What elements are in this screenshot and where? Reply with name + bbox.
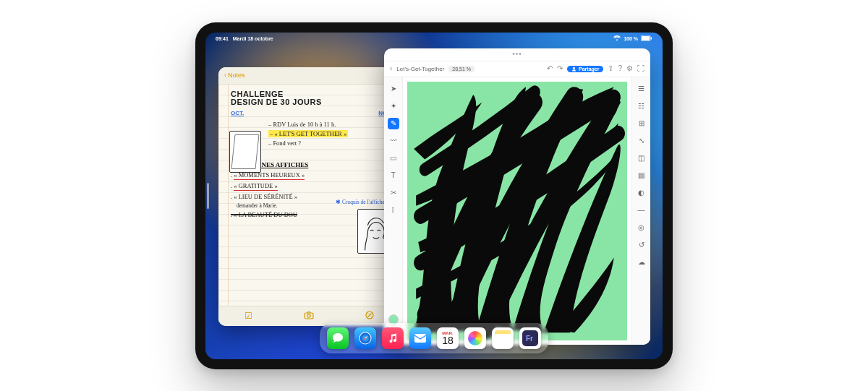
note-item: . « GRATITUDE » — [231, 182, 392, 191]
notes-back-button[interactable]: ‹ Notes — [224, 72, 245, 79]
properties-panel-icon[interactable]: ☷ — [636, 100, 647, 112]
note-months-row: OCT. NOV. — [231, 110, 392, 116]
text-tool-icon[interactable]: T — [388, 170, 399, 181]
ipad-screen: 09:41 Mardi 18 octobre 100 % ‹ Notes — [205, 33, 663, 359]
dock-safari-icon[interactable] — [354, 327, 376, 349]
crop-tool-icon[interactable]: ✂︎ — [388, 187, 399, 199]
transform-panel-icon[interactable]: ⤡ — [636, 135, 647, 147]
notes-titlebar: ‹ Notes ••• — [218, 67, 399, 85]
swatches-panel-icon[interactable]: ▤ — [636, 170, 647, 181]
help-icon[interactable]: ? — [618, 65, 622, 72]
dock-notes-icon[interactable] — [492, 327, 514, 349]
dock-photos-icon[interactable] — [464, 327, 486, 349]
share-button[interactable]: Partager — [567, 66, 603, 72]
share-label: Partager — [579, 66, 599, 72]
move-tool-icon[interactable]: ➤ — [388, 83, 399, 95]
battery-icon — [641, 35, 652, 42]
export-icon[interactable]: ⇪ — [608, 65, 613, 72]
fullscreen-icon[interactable]: ⛶ — [637, 65, 644, 72]
battery-label: 100 % — [624, 36, 638, 41]
month-left: OCT. — [231, 110, 244, 116]
right-toolbar: ☰ ☷ ⊞ ⤡ ◫ ▤ ◐ — ◎ ↺ ☁︎ — [631, 77, 650, 345]
svg-rect-1 — [642, 36, 650, 40]
design-body: ➤ ✦ ✎ 〰 ▭ T ✂︎ 𖤓 — [384, 77, 650, 345]
camera-icon[interactable] — [304, 311, 314, 322]
notes-app-window[interactable]: ‹ Notes ••• CHALLENGE DESIGN DE 30 JOURS… — [218, 67, 399, 326]
history-panel-icon[interactable]: ↺ — [636, 239, 647, 251]
alignment-panel-icon[interactable]: ⊞ — [636, 118, 647, 129]
chevron-left-icon: ‹ — [224, 72, 226, 79]
undo-icon[interactable]: ↶ — [547, 65, 553, 72]
node-tool-icon[interactable]: ✦ — [388, 100, 399, 112]
settings-icon[interactable]: ⚙︎ — [626, 65, 633, 72]
artboard[interactable] — [407, 82, 627, 340]
status-date: Mardi 18 octobre — [233, 36, 273, 41]
svg-rect-2 — [651, 37, 652, 39]
zoom-level[interactable]: 28,51 % — [448, 66, 475, 72]
design-app-window[interactable]: ••• ‹ Let's-Get-Together 28,51 % ↶ ↷ Par… — [384, 48, 650, 345]
design-toolbar: ‹ Let's-Get-Together 28,51 % ↶ ↷ Partage… — [384, 61, 650, 77]
note-title-line2: DESIGN DE 30 JOURS — [231, 98, 392, 107]
pen-tool-icon[interactable]: ✎ — [388, 118, 399, 129]
appearance-panel-icon[interactable]: ◎ — [636, 222, 647, 233]
pathfinder-panel-icon[interactable]: ◫ — [636, 152, 647, 164]
design-canvas[interactable] — [403, 77, 631, 345]
dock-messages-icon[interactable] — [327, 327, 349, 349]
dock-calendar-icon[interactable]: MAR. 18 — [437, 327, 459, 349]
left-toolbar: ➤ ✦ ✎ 〰 ▭ T ✂︎ 𖤓 — [384, 77, 403, 345]
document-name[interactable]: Let's-Get-Together — [396, 66, 444, 72]
svg-rect-9 — [414, 334, 426, 343]
design-window-handle[interactable]: ••• — [384, 48, 650, 61]
dock-fresco-icon[interactable]: Fr — [519, 327, 541, 349]
stroke-panel-icon[interactable]: — — [636, 205, 647, 216]
dock-music-icon[interactable] — [382, 327, 404, 349]
eyedrop-tool-icon[interactable]: 𖤓 — [388, 205, 399, 216]
rect-tool-icon[interactable]: ▭ — [388, 152, 399, 164]
redo-icon[interactable]: ↷ — [557, 65, 563, 72]
note-bullet-highlight: – « LET'S GET TOGETHER » — [268, 130, 392, 137]
status-left: 09:41 Mardi 18 octobre — [216, 36, 273, 41]
sketch-thumbnail-box — [229, 131, 261, 173]
dock-mail-icon[interactable] — [409, 327, 431, 349]
ipad-device-frame: 09:41 Mardi 18 octobre 100 % ‹ Notes — [195, 22, 673, 369]
calendar-day: 18 — [442, 335, 454, 345]
dock: MAR. 18 Fr — [320, 323, 548, 353]
note-bullets: – RDV Luis de 10 h à 11 h. – « LET'S GET… — [268, 121, 392, 147]
note-bullet: – Fond vert ? — [268, 139, 392, 147]
wifi-icon — [613, 35, 621, 42]
note-bullet: – RDV Luis de 10 h à 11 h. — [268, 121, 392, 128]
gradient-panel-icon[interactable]: ◐ — [636, 187, 647, 199]
status-time: 09:41 — [216, 36, 229, 41]
back-icon[interactable]: ‹ — [390, 65, 392, 72]
libraries-panel-icon[interactable]: ☁︎ — [636, 257, 647, 268]
svg-point-4 — [307, 314, 310, 317]
checklist-icon[interactable]: ☑︎ — [244, 311, 252, 321]
stage-manager-indicator[interactable] — [207, 183, 209, 209]
svg-text:Fr: Fr — [526, 335, 533, 343]
notes-page[interactable]: CHALLENGE DESIGN DE 30 JOURS OCT. NOV. –… — [218, 85, 399, 306]
svg-point-6 — [573, 66, 575, 69]
brush-tool-icon[interactable]: 〰 — [388, 135, 399, 147]
markup-icon[interactable] — [365, 311, 374, 322]
status-right: 100 % — [613, 35, 652, 42]
status-bar: 09:41 Mardi 18 octobre 100 % — [205, 35, 663, 42]
layers-panel-icon[interactable]: ☰ — [636, 83, 647, 95]
notes-back-label: Notes — [228, 72, 245, 79]
